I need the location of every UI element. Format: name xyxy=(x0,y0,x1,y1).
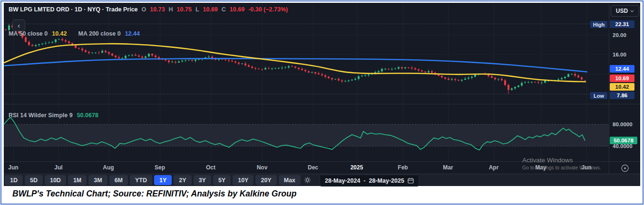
price-badge: 12.44 xyxy=(610,65,634,73)
time-axis-month-label: Feb xyxy=(398,164,408,171)
candle-body xyxy=(378,71,380,72)
candle-body xyxy=(308,71,310,73)
candle-body xyxy=(384,69,386,69)
rsi-value-badge: 50.0678 xyxy=(610,137,637,144)
candle-body xyxy=(55,39,57,42)
candle-body xyxy=(178,61,180,62)
candle-body xyxy=(498,79,499,79)
axis-tick-label: 20.00 xyxy=(613,32,626,38)
candle-body xyxy=(544,81,546,83)
candle-body xyxy=(234,62,236,63)
price-badge: 10.69 xyxy=(610,75,634,82)
ma50-value: 10.42 xyxy=(52,30,67,37)
symbol-title[interactable]: BW LPG LMTED ORD · 1D · NYQ · Trade Pric… xyxy=(9,6,138,13)
candle-body xyxy=(507,85,509,90)
time-scale[interactable] xyxy=(4,161,609,174)
candle-body xyxy=(491,76,493,77)
candle-body xyxy=(358,76,360,79)
candle-body xyxy=(338,79,340,80)
candle-body xyxy=(45,43,47,44)
candle-body xyxy=(165,60,166,61)
rsi-legend: RSI 14 Wilder Simple 9 50.0678 xyxy=(9,112,98,119)
currency-selector[interactable]: USD xyxy=(611,5,639,17)
chart-caption: BWLP's Technical Chart; Source: REFINITI… xyxy=(12,189,296,199)
candle-body xyxy=(58,39,60,39)
candle-body xyxy=(278,68,280,68)
candle-body xyxy=(168,60,170,62)
ma200-label: MA 200 close 0 xyxy=(78,30,121,37)
candle-body xyxy=(141,56,143,58)
candle-body xyxy=(318,73,320,74)
candle-body xyxy=(448,79,449,80)
time-axis-month-label: Dec xyxy=(308,164,318,171)
chevron-down-icon xyxy=(630,10,634,12)
candle-body xyxy=(461,80,463,81)
candle-body xyxy=(244,64,246,65)
candle-body xyxy=(391,69,393,70)
range-button-max[interactable]: Max xyxy=(279,175,301,185)
candle-body xyxy=(454,79,456,80)
candle-body xyxy=(88,52,90,53)
candle-body xyxy=(111,54,113,56)
candle-body xyxy=(95,53,97,53)
candle-body xyxy=(428,71,429,72)
candle-body xyxy=(521,83,523,85)
open-value: 10.73 xyxy=(150,6,165,13)
candle-body xyxy=(98,53,100,53)
candle-body xyxy=(444,77,446,79)
time-axis-month-label: Jul xyxy=(54,164,62,171)
time-axis-month-label: Aug xyxy=(103,164,114,171)
high-label: H xyxy=(169,6,173,13)
rsi-band xyxy=(4,124,609,146)
range-button-1d[interactable]: 1D xyxy=(5,175,23,185)
date-to: 28-May-2025 xyxy=(369,177,404,184)
candle-body xyxy=(38,44,40,45)
candle-body xyxy=(354,79,356,80)
candle-body xyxy=(8,26,10,30)
range-button-10y[interactable]: 10Y xyxy=(233,175,254,185)
range-button-1m[interactable]: 1M xyxy=(68,175,87,185)
candle-body xyxy=(431,71,433,73)
candle-body xyxy=(25,37,27,42)
candle-body xyxy=(171,62,173,62)
range-button-3y[interactable]: 3Y xyxy=(194,175,211,185)
close-label: C xyxy=(222,6,226,13)
candle-body xyxy=(411,68,413,68)
range-button-20y[interactable]: 20Y xyxy=(255,175,276,185)
range-settings-gear-icon[interactable] xyxy=(302,177,312,184)
time-axis-month-label: Sep xyxy=(155,164,165,171)
low-value: 10.69 xyxy=(203,6,218,13)
range-button-5y[interactable]: 5Y xyxy=(213,175,231,185)
timezone-settings-icon[interactable] xyxy=(620,164,630,175)
candle-body xyxy=(118,57,120,58)
candle-body xyxy=(224,60,226,60)
candle-body xyxy=(5,29,7,30)
candle-body xyxy=(231,61,233,62)
price-badge: 7.86 xyxy=(610,92,634,99)
date-range-picker[interactable]: 28-May-2024 - 28-May-2025 xyxy=(320,175,419,186)
candle-body xyxy=(351,80,353,81)
candle-body xyxy=(268,68,270,69)
range-button-5d[interactable]: 5D xyxy=(25,175,43,185)
range-button-6m[interactable]: 6M xyxy=(109,175,128,185)
range-button-10d[interactable]: 10D xyxy=(45,175,66,185)
candle-body xyxy=(388,69,390,69)
candle-body xyxy=(311,72,313,73)
candle-body xyxy=(381,69,383,71)
candle-body xyxy=(68,41,70,43)
candle-body xyxy=(344,81,346,82)
candle-body xyxy=(128,56,130,56)
candle-body xyxy=(398,67,400,69)
candle-body xyxy=(284,67,286,68)
candle-body xyxy=(181,61,183,62)
range-button-1y[interactable]: 1Y xyxy=(154,175,172,185)
pane-divider[interactable] xyxy=(4,104,640,104)
range-button-ytd[interactable]: YTD xyxy=(130,175,152,185)
candle-body xyxy=(321,74,323,75)
rsi-label: RSI 14 Wilder Simple 9 xyxy=(9,112,73,119)
candle-body xyxy=(534,82,536,83)
range-button-3m[interactable]: 3M xyxy=(88,175,107,185)
back-button[interactable]: ‹ xyxy=(12,19,25,31)
candle-body xyxy=(348,80,350,81)
range-button-2y[interactable]: 2Y xyxy=(174,175,191,185)
